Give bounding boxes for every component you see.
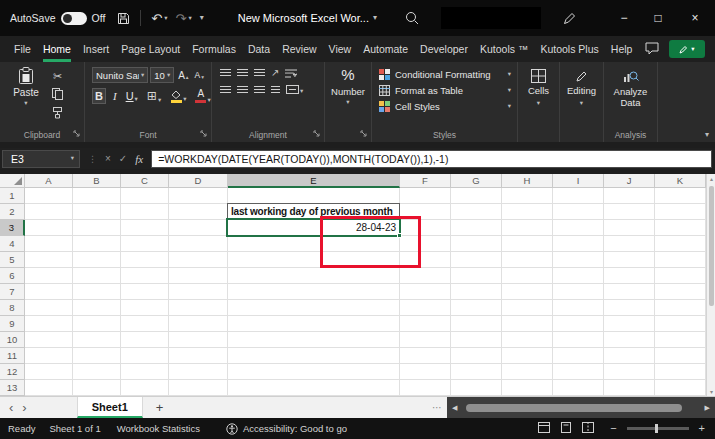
- cell-f5[interactable]: [400, 252, 451, 268]
- accessibility-status[interactable]: Accessibility: Good to go: [226, 423, 347, 435]
- column-header-d[interactable]: D: [169, 174, 228, 188]
- cell-i8[interactable]: [553, 300, 604, 316]
- cell-f13[interactable]: [400, 380, 451, 396]
- cell-b6[interactable]: [73, 268, 121, 284]
- vertical-scrollbar[interactable]: ▴ ▾: [706, 174, 715, 396]
- cell-g13[interactable]: [451, 380, 502, 396]
- comments-button[interactable]: [645, 42, 659, 57]
- save-button[interactable]: [117, 12, 130, 25]
- cell-i3[interactable]: [553, 220, 604, 236]
- middle-align-button[interactable]: [237, 69, 248, 77]
- zoom-slider[interactable]: [627, 427, 689, 430]
- bold-button[interactable]: B: [92, 88, 106, 104]
- cell-h2[interactable]: [502, 204, 553, 220]
- page-layout-view-button[interactable]: [560, 422, 572, 435]
- cell-b5[interactable]: [73, 252, 121, 268]
- cell-k6[interactable]: [655, 268, 706, 284]
- cell-k10[interactable]: [655, 332, 706, 348]
- page-break-view-button[interactable]: [582, 422, 594, 435]
- cell-d7[interactable]: [169, 284, 228, 300]
- cell-a9[interactable]: [25, 316, 73, 332]
- cell-k3[interactable]: [655, 220, 706, 236]
- cell-b2[interactable]: [73, 204, 121, 220]
- cell-k13[interactable]: [655, 380, 706, 396]
- scroll-right-icon[interactable]: ▶: [700, 404, 715, 412]
- cell-g5[interactable]: [451, 252, 502, 268]
- column-header-f[interactable]: F: [400, 174, 451, 188]
- cell-c11[interactable]: [121, 348, 169, 364]
- confirm-entry-button[interactable]: ✓: [119, 153, 127, 164]
- collapse-ribbon-button[interactable]: ▾: [705, 131, 709, 139]
- cell-h12[interactable]: [502, 364, 553, 380]
- cell-g8[interactable]: [451, 300, 502, 316]
- cell-g10[interactable]: [451, 332, 502, 348]
- horizontal-scrollbar-thumb[interactable]: [466, 404, 682, 412]
- cell-h5[interactable]: [502, 252, 553, 268]
- horizontal-scrollbar-track[interactable]: [462, 397, 699, 419]
- cell-e3[interactable]: 28-04-23: [228, 220, 400, 236]
- cell-c8[interactable]: [121, 300, 169, 316]
- cell-a10[interactable]: [25, 332, 73, 348]
- cell-h8[interactable]: [502, 300, 553, 316]
- cell-c1[interactable]: [121, 188, 169, 204]
- cell-f3[interactable]: [400, 220, 451, 236]
- cell-i7[interactable]: [553, 284, 604, 300]
- minimize-button[interactable]: −: [607, 0, 641, 36]
- sheet-bar-ellipsis-icon[interactable]: ⋯: [432, 402, 442, 413]
- scroll-left-icon[interactable]: ◀: [447, 404, 462, 412]
- cell-d6[interactable]: [169, 268, 228, 284]
- row-header-9[interactable]: 9: [0, 316, 25, 332]
- column-header-a[interactable]: A: [25, 174, 73, 188]
- cell-d5[interactable]: [169, 252, 228, 268]
- ribbon-tab-home[interactable]: Home: [37, 36, 77, 62]
- cell-i5[interactable]: [553, 252, 604, 268]
- cell-c13[interactable]: [121, 380, 169, 396]
- clipboard-dialog-launcher[interactable]: [73, 128, 80, 139]
- zoom-in-button[interactable]: +: [699, 423, 705, 434]
- scroll-down-icon[interactable]: ▾: [707, 388, 715, 395]
- cell-j7[interactable]: [604, 284, 655, 300]
- format-painter-button[interactable]: [52, 107, 63, 121]
- cell-k9[interactable]: [655, 316, 706, 332]
- cell-styles-button[interactable]: Cell Styles ▾: [379, 98, 513, 114]
- cell-i6[interactable]: [553, 268, 604, 284]
- ribbon-tab-file[interactable]: File: [8, 36, 37, 62]
- cell-h7[interactable]: [502, 284, 553, 300]
- row-header-13[interactable]: 13: [0, 380, 25, 396]
- cell-i10[interactable]: [553, 332, 604, 348]
- bottom-align-button[interactable]: [254, 69, 265, 77]
- vertical-scrollbar-thumb[interactable]: [709, 186, 714, 306]
- cell-i1[interactable]: [553, 188, 604, 204]
- cell-g7[interactable]: [451, 284, 502, 300]
- ribbon-tab-view[interactable]: View: [323, 36, 358, 62]
- cell-j9[interactable]: [604, 316, 655, 332]
- column-header-k[interactable]: K: [655, 174, 706, 188]
- conditional-formatting-button[interactable]: Conditional Formatting ▾: [379, 66, 513, 82]
- number-dialog-launcher[interactable]: [360, 128, 367, 139]
- column-header-i[interactable]: I: [553, 174, 604, 188]
- cell-d3[interactable]: [169, 220, 228, 236]
- cell-j12[interactable]: [604, 364, 655, 380]
- editing-button[interactable]: Editing ▾: [560, 62, 603, 142]
- cell-c5[interactable]: [121, 252, 169, 268]
- cell-g12[interactable]: [451, 364, 502, 380]
- cell-d13[interactable]: [169, 380, 228, 396]
- cell-j11[interactable]: [604, 348, 655, 364]
- cell-g1[interactable]: [451, 188, 502, 204]
- top-align-button[interactable]: [220, 69, 231, 77]
- insert-function-button[interactable]: fx: [135, 153, 143, 165]
- close-button[interactable]: ×: [675, 0, 715, 36]
- ink-pen-button[interactable]: [563, 12, 576, 25]
- cell-k4[interactable]: [655, 236, 706, 252]
- cell-e4[interactable]: [228, 236, 400, 252]
- cell-f11[interactable]: [400, 348, 451, 364]
- cell-e2[interactable]: last working day of previous month: [228, 204, 400, 220]
- cell-e8[interactable]: [228, 300, 400, 316]
- cell-b10[interactable]: [73, 332, 121, 348]
- ribbon-tab-automate[interactable]: Automate: [357, 36, 414, 62]
- cell-g11[interactable]: [451, 348, 502, 364]
- cell-d11[interactable]: [169, 348, 228, 364]
- cell-a3[interactable]: [25, 220, 73, 236]
- row-header-11[interactable]: 11: [0, 348, 25, 364]
- ribbon-tab-review[interactable]: Review: [276, 36, 322, 62]
